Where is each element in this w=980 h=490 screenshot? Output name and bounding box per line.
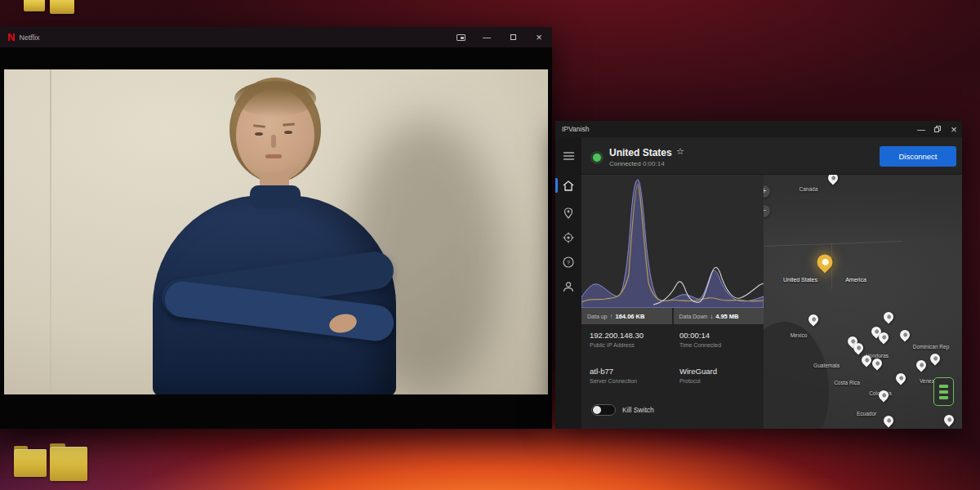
person-icon	[563, 281, 574, 292]
server-detail: atl-b77 Server Connection	[590, 367, 679, 384]
protocol-label: Protocol	[679, 378, 769, 384]
disconnect-button[interactable]: Disconnect	[880, 146, 956, 167]
gear-icon	[563, 232, 574, 243]
hamburger-icon	[564, 152, 574, 160]
map-region-label: America	[845, 276, 866, 282]
server-location-pin[interactable]	[882, 310, 896, 323]
wall-crease	[50, 69, 51, 394]
sidebar-item-home[interactable]	[555, 173, 581, 198]
svg-text:?: ?	[567, 259, 571, 266]
maximize-icon	[510, 34, 516, 40]
netflix-logo-icon: N	[7, 32, 15, 42]
close-button[interactable]: ×	[946, 121, 962, 137]
toggle-knob	[593, 406, 601, 414]
data-down-cell: Data Down ↓ 4.95 MB	[674, 308, 764, 324]
status-time: 0:00:14	[643, 160, 665, 167]
video-player-titlebar[interactable]: N Netflix — ×	[0, 27, 552, 47]
actress-eye	[284, 131, 292, 134]
public-ip-detail: 192.200.148.30 Public IP Address	[590, 331, 679, 348]
status-label: Connected	[609, 160, 641, 167]
desktop: N Netflix — ×	[0, 0, 980, 490]
sidebar-item-help[interactable]: ?	[555, 250, 581, 274]
data-transfer-bar: Data up ↑ 164.06 KB Data Down ↓ 4.95 MB	[581, 308, 764, 324]
favorite-star-icon[interactable]: ☆	[676, 146, 684, 157]
sidebar-item-settings[interactable]	[555, 225, 581, 250]
map-region-label: Costa Rica	[834, 379, 860, 385]
map-region-label: Mexico	[791, 332, 808, 337]
protocol-value: WireGuard	[679, 367, 769, 376]
pip-button[interactable]	[452, 27, 469, 47]
kill-switch-toggle[interactable]	[591, 404, 616, 416]
time-connected-detail: 00:00:14 Time Connected	[679, 331, 769, 348]
arrow-down-icon: ↓	[710, 313, 713, 320]
map-border-line	[764, 241, 902, 247]
connected-location: United States	[609, 147, 672, 158]
server-location-pin[interactable]	[806, 312, 820, 326]
video-player-window: N Netflix — ×	[0, 27, 552, 429]
ipvanish-sidebar: ?	[555, 137, 581, 429]
desktop-folder-icon[interactable]	[14, 446, 47, 477]
server-location-pin[interactable]	[870, 356, 884, 370]
server-label: Server Connection	[590, 378, 679, 384]
video-frame[interactable]	[4, 69, 548, 394]
map-ocean-shade	[764, 322, 829, 429]
data-down-value: 4.95 MB	[715, 313, 738, 320]
restore-button[interactable]	[929, 121, 946, 137]
server-location-pin[interactable]	[898, 327, 912, 341]
maximize-button[interactable]	[505, 27, 521, 47]
actress-eye	[255, 132, 263, 136]
ipvanish-titlebar[interactable]: IPVanish — ×	[555, 121, 962, 137]
time-connected-value: 00:00:14	[679, 331, 769, 340]
connection-header: United States ☆ Connected 0:00:14 Discon…	[581, 137, 962, 175]
server-location-pin[interactable]	[928, 351, 942, 365]
home-icon	[563, 180, 574, 191]
map-region-label: Ecuador	[857, 411, 876, 416]
time-connected-label: Time Connected	[679, 342, 769, 348]
menu-button[interactable]	[555, 144, 581, 168]
traffic-chart-svg	[581, 175, 764, 308]
arrow-up-icon: ↑	[610, 313, 613, 320]
desktop-folder-icon[interactable]	[24, 0, 45, 11]
map-overlay-control[interactable]	[933, 377, 954, 406]
actress-nose	[271, 135, 276, 148]
minimize-button[interactable]: —	[479, 27, 495, 47]
server-location-pin[interactable]	[893, 371, 907, 385]
desktop-folder-icon[interactable]	[50, 443, 87, 481]
public-ip-label: Public IP Address	[590, 342, 679, 348]
server-location-pin[interactable]	[914, 358, 928, 372]
window-title: IPVanish	[555, 125, 589, 133]
map-panel[interactable]: + − CanadaUnited StatesAmericaMexicoGuat…	[764, 175, 962, 429]
location-pin-icon	[564, 207, 573, 219]
protocol-detail: WireGuard Protocol	[679, 367, 769, 384]
close-button[interactable]: ×	[531, 27, 547, 47]
actress-mouth	[265, 154, 282, 158]
sidebar-item-account[interactable]	[555, 274, 581, 299]
actress-hairline	[234, 81, 316, 117]
connected-status-dot	[593, 154, 601, 162]
sidebar-item-locations[interactable]	[555, 201, 581, 225]
server-value: atl-b77	[590, 367, 679, 376]
server-location-pin[interactable]	[942, 412, 956, 426]
map-region-label: Guatemala	[813, 362, 840, 368]
server-location-pin[interactable]	[882, 414, 896, 428]
connection-status-text: Connected 0:00:14	[609, 160, 665, 167]
map-region-label: Canada	[800, 186, 818, 192]
kill-switch-row: Kill Switch	[591, 404, 654, 416]
traffic-chart	[581, 175, 764, 308]
data-down-label: Data Down	[679, 314, 708, 319]
help-icon: ?	[563, 256, 574, 268]
map-region-shade	[764, 175, 962, 241]
map-region-label: Dominican Rep	[913, 343, 949, 349]
window-title: Netflix	[19, 33, 39, 42]
kill-switch-label: Kill Switch	[622, 406, 654, 414]
map-region-label: United States	[783, 276, 817, 282]
pip-icon	[457, 34, 466, 41]
data-up-cell: Data up ↑ 164.06 KB	[581, 308, 672, 324]
connected-location-pin[interactable]	[814, 252, 836, 274]
actress-collar	[250, 185, 301, 208]
desktop-folder-icon[interactable]	[50, 0, 74, 14]
data-up-label: Data up	[587, 314, 608, 319]
data-up-value: 164.06 KB	[616, 313, 645, 320]
minimize-button[interactable]: —	[913, 121, 929, 137]
ipvanish-window: IPVanish — × ?	[555, 121, 962, 429]
